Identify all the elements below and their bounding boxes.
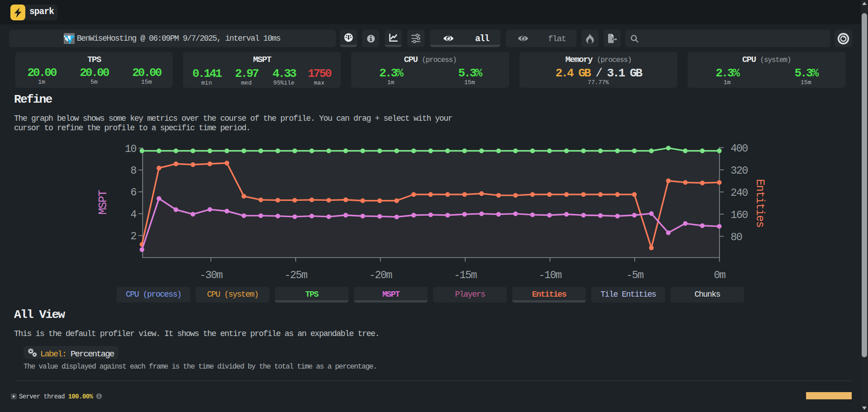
- svg-text:6: 6: [130, 186, 136, 199]
- svg-text:Entities: Entities: [753, 179, 766, 227]
- svg-text:80: 80: [731, 231, 742, 243]
- svg-text:320: 320: [731, 165, 748, 177]
- svg-text:-20m: -20m: [369, 269, 392, 281]
- svg-text:4: 4: [130, 208, 136, 221]
- svg-text:-5m: -5m: [626, 269, 643, 281]
- svg-text:-25m: -25m: [284, 269, 307, 281]
- svg-text:-15m: -15m: [454, 269, 477, 281]
- svg-text:10: 10: [125, 143, 137, 155]
- svg-text:8: 8: [130, 165, 136, 177]
- svg-text:2: 2: [130, 230, 136, 242]
- svg-text:160: 160: [731, 209, 748, 221]
- svg-text:MSPT: MSPT: [97, 190, 110, 215]
- svg-text:-30m: -30m: [199, 269, 222, 281]
- svg-text:0m: 0m: [714, 269, 726, 281]
- svg-text:240: 240: [731, 187, 748, 199]
- svg-text:400: 400: [731, 142, 748, 155]
- svg-text:-10m: -10m: [538, 269, 561, 281]
